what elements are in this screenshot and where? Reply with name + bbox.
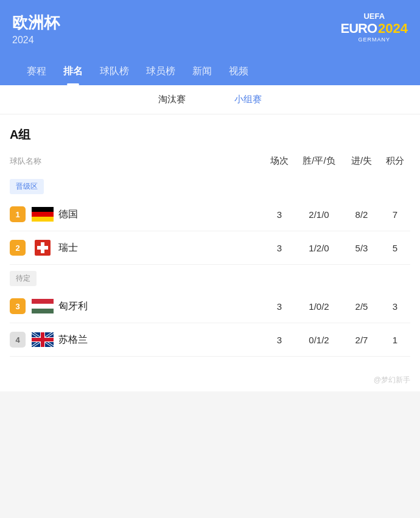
svg-rect-14 — [32, 338, 54, 341]
record-switzerland: 1/2/0 — [295, 243, 343, 253]
advance-section-row: 晋级区 — [10, 173, 410, 198]
sub-tab-group[interactable]: 小组赛 — [234, 94, 262, 105]
pending-label: 待定 — [10, 271, 37, 286]
header-year: 2024 — [12, 35, 60, 46]
standings-table: 球队名称 场次 胜/平/负 进/失 积分 晋级区 1 德国 3 2/1/0 8/… — [10, 152, 410, 357]
gd-germany: 8/2 — [343, 209, 380, 220]
flag-germany — [32, 206, 54, 222]
group-title: A组 — [10, 127, 410, 143]
table-header: 球队名称 场次 胜/平/负 进/失 积分 — [10, 152, 410, 173]
header-record: 胜/平/负 — [295, 155, 343, 167]
nav-player-rankings[interactable]: 球员榜 — [138, 58, 184, 85]
svg-rect-2 — [32, 217, 54, 222]
table-row: 2 瑞士 3 1/2/0 5/3 5 — [10, 231, 410, 265]
team-name-germany: 德国 — [58, 208, 264, 221]
rank-badge-3: 3 — [10, 298, 26, 314]
played-switzerland: 3 — [264, 243, 295, 253]
table-row: 4 苏格兰 3 0/1/2 2/7 1 — [10, 323, 410, 357]
flag-scotland — [32, 332, 54, 348]
sub-tabs: 淘汰赛 小组赛 — [0, 85, 420, 114]
header-team: 球队名称 — [10, 156, 264, 167]
played-scotland: 3 — [264, 335, 295, 345]
gd-switzerland: 5/3 — [343, 243, 380, 253]
uefa-label: UEFA — [363, 12, 385, 21]
navigation: 赛程 排名 球队榜 球员榜 新闻 视频 — [12, 58, 408, 85]
nav-team-rankings[interactable]: 球队榜 — [91, 58, 138, 85]
nav-schedule[interactable]: 赛程 — [18, 58, 55, 85]
rank-badge-4: 4 — [10, 332, 26, 348]
euro-country: GERMANY — [358, 37, 390, 43]
header-gd: 进/失 — [343, 155, 380, 167]
nav-rankings[interactable]: 排名 — [55, 58, 91, 85]
main-content: A组 球队名称 场次 胜/平/负 进/失 积分 晋级区 1 德国 3 — [0, 114, 420, 369]
played-germany: 3 — [264, 209, 295, 220]
svg-rect-3 — [32, 299, 54, 304]
euro-brand: EURO — [340, 21, 377, 37]
pts-hungary: 3 — [380, 301, 410, 312]
nav-video[interactable]: 视频 — [220, 58, 257, 85]
sub-tab-knockout[interactable]: 淘汰赛 — [158, 94, 186, 105]
svg-rect-4 — [32, 304, 54, 309]
nav-news[interactable]: 新闻 — [184, 58, 220, 85]
team-name-hungary: 匈牙利 — [58, 300, 264, 313]
record-germany: 2/1/0 — [295, 209, 343, 220]
table-row: 1 德国 3 2/1/0 8/2 7 — [10, 198, 410, 231]
pts-scotland: 1 — [380, 335, 410, 345]
pts-switzerland: 5 — [380, 243, 410, 253]
flag-hungary — [32, 298, 54, 314]
page-title: 欧洲杯 — [12, 12, 60, 33]
euro-year: 2024 — [378, 21, 408, 37]
euro-logo: UEFA EURO 2024 GERMANY — [340, 12, 408, 43]
gd-scotland: 2/7 — [343, 335, 380, 345]
table-row: 3 匈牙利 3 1/0/2 2/5 3 — [10, 290, 410, 323]
gd-hungary: 2/5 — [343, 301, 380, 312]
svg-rect-5 — [32, 309, 54, 313]
watermark: @梦幻新手 — [0, 369, 420, 391]
record-scotland: 0/1/2 — [295, 335, 343, 345]
rank-badge-2: 2 — [10, 240, 26, 256]
pending-section-row: 待定 — [10, 265, 410, 290]
flag-switzerland — [32, 240, 54, 256]
team-name-switzerland: 瑞士 — [58, 242, 264, 254]
advance-label: 晋级区 — [10, 179, 44, 194]
team-name-scotland: 苏格兰 — [58, 334, 264, 346]
rank-badge-1: 1 — [10, 206, 26, 222]
svg-rect-0 — [32, 207, 54, 212]
pts-germany: 7 — [380, 209, 410, 220]
svg-rect-1 — [32, 212, 54, 217]
record-hungary: 1/0/2 — [295, 301, 343, 312]
header-pts: 积分 — [380, 155, 410, 167]
header-played: 场次 — [264, 155, 295, 167]
played-hungary: 3 — [264, 301, 295, 312]
